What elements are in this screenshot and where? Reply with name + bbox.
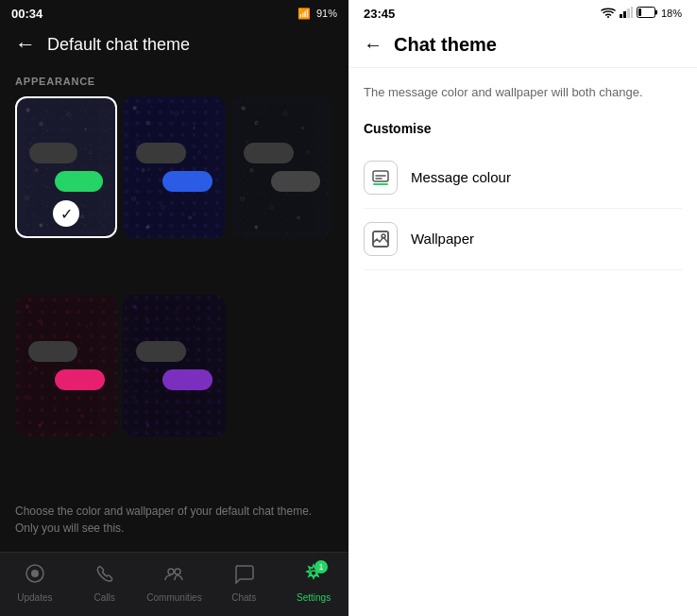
wallpaper-icon <box>364 222 398 256</box>
message-colour-label: Message colour <box>411 169 511 185</box>
right-battery-icon <box>637 7 657 20</box>
theme-2-bubbles <box>123 96 225 238</box>
theme-5-bubbles <box>123 295 225 436</box>
nav-updates[interactable]: Updates <box>0 563 70 603</box>
chats-label: Chats <box>231 592 256 603</box>
left-status-bar: 00:34 📶 91% <box>0 0 348 26</box>
communities-icon <box>163 563 184 590</box>
svg-rect-82 <box>638 9 641 16</box>
theme-dark-green[interactable]: ★✿ ◇♦ ○✦ △⊕ ✧♥ ◎☆ ✿◆ ✓ <box>15 96 117 238</box>
svg-point-71 <box>31 570 39 577</box>
svg-rect-81 <box>655 10 657 15</box>
appearance-section-label: APPEARANCE <box>0 68 348 96</box>
bubble-gray-3 <box>244 143 294 163</box>
wallpaper-option[interactable]: Wallpaper <box>364 209 682 270</box>
calls-icon <box>94 563 115 590</box>
chats-icon <box>233 563 254 590</box>
left-time: 00:34 <box>11 7 42 21</box>
left-status-icons: 📶 91% <box>298 8 337 20</box>
svg-rect-78 <box>627 9 630 18</box>
bubble-green-1 <box>55 171 103 192</box>
bubble-purple-5 <box>162 369 212 390</box>
nav-settings[interactable]: 1 Settings <box>279 563 348 603</box>
bubble-blue-2 <box>162 171 212 192</box>
svg-point-73 <box>175 569 180 574</box>
theme-dark-blue[interactable]: ★✿ ◇♦ ○✦ △⊕ ✧♥ ◎☆ ✿◆ <box>123 96 225 238</box>
svg-rect-76 <box>620 14 622 18</box>
settings-badge: 1 <box>314 560 328 573</box>
bottom-navigation: Updates Calls Communities <box>0 552 348 616</box>
svg-point-87 <box>382 234 385 238</box>
calls-label: Calls <box>94 592 115 603</box>
svg-point-72 <box>168 569 174 574</box>
right-time: 23:45 <box>364 7 395 21</box>
settings-icon: 1 <box>303 563 324 590</box>
bubble-gray-1 <box>29 143 77 163</box>
right-status-bar: 23:45 <box>348 0 697 26</box>
nav-communities[interactable]: Communities <box>140 563 210 603</box>
left-header: ← Default chat theme <box>0 26 348 68</box>
nav-chats[interactable]: Chats <box>209 563 279 603</box>
left-panel: 00:34 📶 91% ← Default chat theme APPEARA… <box>0 0 348 616</box>
bubble-gray-2 <box>136 143 186 163</box>
theme-dark-pink[interactable]: ★✿ ◇♦ ○✦ △⊕ ✧♥ ◎☆ ✿◆ <box>15 295 117 436</box>
updates-icon <box>25 563 45 590</box>
svg-rect-79 <box>631 7 633 18</box>
svg-point-75 <box>607 16 609 18</box>
svg-rect-84 <box>373 183 388 185</box>
bubble-pink-4 <box>55 369 105 390</box>
message-colour-option[interactable]: Message colour <box>364 147 682 209</box>
customise-label: Customise <box>364 121 682 136</box>
theme-dark-purple[interactable]: ★✿ ◇♦ ○✦ △⊕ ✧♥ ◎☆ ✿◆ <box>123 295 225 436</box>
right-content: The message color and wallpaper will bot… <box>348 68 697 616</box>
right-header: ← Chat theme <box>348 26 697 68</box>
right-battery-percent: 18% <box>661 8 682 19</box>
left-page-title: Default chat theme <box>47 35 190 55</box>
bubble-gray-5 <box>136 341 186 362</box>
wallpaper-label: Wallpaper <box>411 231 474 247</box>
right-page-title: Chat theme <box>394 34 497 56</box>
message-colour-icon <box>364 161 398 195</box>
right-signal-icon <box>620 7 633 20</box>
right-wifi-icon <box>601 7 616 20</box>
updates-label: Updates <box>17 592 52 603</box>
wifi-icon: 📶 <box>298 8 311 20</box>
battery-text: 91% <box>316 8 337 19</box>
right-panel: 23:45 <box>348 0 697 616</box>
svg-rect-77 <box>623 11 626 18</box>
selected-check: ✓ <box>53 200 79 227</box>
right-status-icons: 18% <box>601 7 682 20</box>
theme-hint: Choose the color and wallpaper of your d… <box>0 488 348 552</box>
back-button[interactable]: ← <box>15 32 36 57</box>
bubble-gray-4 <box>28 341 78 362</box>
communities-label: Communities <box>146 592 201 603</box>
bubble-gray2-3 <box>271 171 321 192</box>
description-text: The message color and wallpaper will bot… <box>364 83 682 102</box>
theme-3-bubbles <box>231 96 333 238</box>
nav-calls[interactable]: Calls <box>70 563 140 603</box>
right-back-button[interactable]: ← <box>364 34 382 56</box>
theme-grid: ★✿ ◇♦ ○✦ △⊕ ✧♥ ◎☆ ✿◆ ✓ ★✿ ◇♦ ○✦ △⊕ ✧♥ <box>0 96 348 488</box>
theme-4-bubbles <box>15 295 117 436</box>
theme-dark-gray[interactable]: ★✿ ◇♦ ○✦ △⊕ ✧♥ ◎☆ ✿◆ <box>231 96 333 238</box>
settings-label: Settings <box>297 592 331 603</box>
